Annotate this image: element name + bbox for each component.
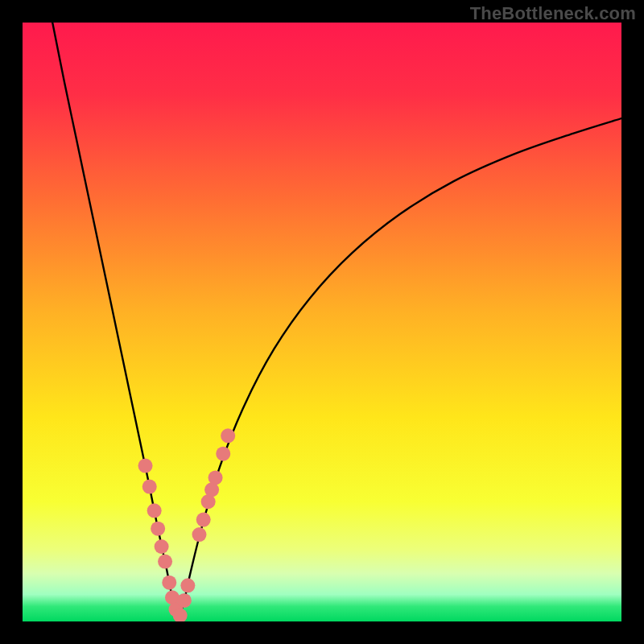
data-marker bbox=[221, 428, 235, 443]
data-marker bbox=[192, 527, 206, 542]
data-marker bbox=[147, 503, 162, 518]
curve-right-branch bbox=[178, 118, 621, 621]
data-marker bbox=[180, 578, 195, 592]
data-marker bbox=[162, 576, 176, 590]
marker-group bbox=[138, 428, 236, 621]
data-marker bbox=[177, 593, 192, 608]
data-marker bbox=[151, 522, 165, 536]
data-marker bbox=[155, 539, 169, 554]
data-marker bbox=[138, 459, 153, 473]
chart-svg bbox=[23, 23, 621, 621]
data-marker bbox=[158, 555, 172, 569]
data-marker bbox=[208, 470, 223, 485]
chart-frame: TheBottleneck.com bbox=[0, 0, 644, 644]
data-marker bbox=[196, 513, 211, 527]
plot-area bbox=[23, 23, 621, 621]
data-marker bbox=[216, 447, 230, 461]
watermark-text: TheBottleneck.com bbox=[470, 3, 636, 24]
data-marker bbox=[142, 480, 157, 494]
